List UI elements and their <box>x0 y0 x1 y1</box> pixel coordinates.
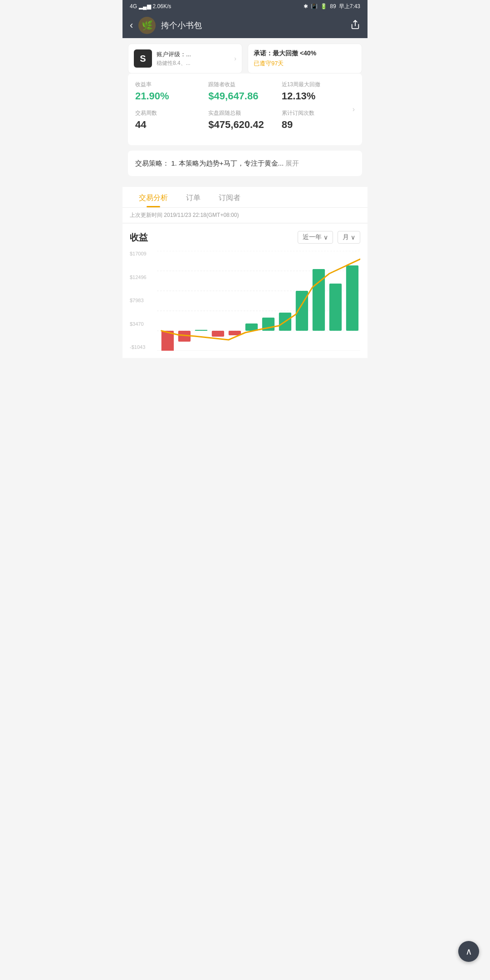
stat-total-label: 实盘跟随总额 <box>208 109 281 117</box>
rating-text: 账户评级：... 稳健性8.4、... <box>157 50 230 67</box>
rating-icon: S <box>134 49 152 68</box>
promise-subtitle: 已遵守97天 <box>254 59 356 68</box>
stat-return-label: 收益率 <box>135 81 208 88</box>
rating-subtitle: 稳健性8.4、... <box>157 59 230 67</box>
y-axis-labels: $17009 $12496 $7983 $3470 -$1043 <box>130 251 147 351</box>
y-label-4: $12496 <box>130 274 147 280</box>
stat-sub-label: 累计订阅次数 <box>282 109 355 117</box>
interval-label: 月 <box>343 233 349 241</box>
period-filter-button[interactable]: 近一年 ∨ <box>298 231 333 244</box>
period-label: 近一年 <box>303 233 322 241</box>
y-label-2: $3470 <box>130 321 147 327</box>
chart-title: 收益 <box>130 231 148 244</box>
stat-drawdown-label: 近13周最大回撤 <box>282 81 355 88</box>
chart-canvas <box>157 251 360 351</box>
time-label: 早上7:43 <box>339 3 360 10</box>
tab-analysis[interactable]: 交易分析 <box>130 187 177 207</box>
stats-row-1: 收益率 21.90% 跟随者收益 $49,647.86 近13周最大回撤 12.… <box>135 81 355 102</box>
stat-follower-value: $49,647.86 <box>208 90 281 102</box>
y-label-1: -$1043 <box>130 344 147 350</box>
svg-rect-9 <box>195 330 207 331</box>
svg-rect-10 <box>212 331 224 337</box>
interval-filter-button[interactable]: 月 ∨ <box>338 231 360 244</box>
stats-grid: 收益率 21.90% 跟随者收益 $49,647.86 近13周最大回撤 12.… <box>128 74 362 145</box>
header: ‹ 🌿 挎个小书包 <box>122 13 368 38</box>
speed-label: 2.06K/s <box>153 3 172 10</box>
strategy-expand-button[interactable]: 展开 <box>285 159 299 167</box>
stats-arrow-icon[interactable]: › <box>353 105 355 113</box>
svg-rect-18 <box>346 265 358 331</box>
stats-row-2: 交易周数 44 实盘跟随总额 $475,620.42 累计订阅次数 89 <box>135 109 355 131</box>
signal-bars: ▂▄▆ <box>139 3 151 10</box>
chart-area: $17009 $12496 $7983 $3470 -$1043 <box>130 251 360 351</box>
stat-trade-weeks: 交易周数 44 <box>135 109 208 131</box>
stat-drawdown-value: 12.13% <box>282 90 355 102</box>
avatar: 🌿 <box>138 17 156 34</box>
bluetooth-icon: ✱ <box>304 3 308 10</box>
stat-follower-profit: 跟随者收益 $49,647.86 <box>208 81 281 102</box>
y-label-3: $7983 <box>130 298 147 303</box>
tabs-section: 交易分析 订单 订阅者 <box>122 187 368 208</box>
main-content: S 账户评级：... 稳健性8.4、... › 承诺：最大回撤 <40% 已遵守… <box>122 38 368 187</box>
chart-filters: 近一年 ∨ 月 ∨ <box>298 231 360 244</box>
interval-chevron: ∨ <box>351 234 355 241</box>
status-left: 4G ▂▄▆ 2.06K/s <box>130 3 171 10</box>
stat-subscriptions: 累计订阅次数 89 <box>282 109 355 131</box>
chart-section: 收益 近一年 ∨ 月 ∨ $17009 $12496 $7983 $3470 -… <box>122 224 368 358</box>
stat-total-value: $475,620.42 <box>208 119 281 131</box>
account-promise-row: S 账户评级：... 稳健性8.4、... › 承诺：最大回撤 <40% 已遵守… <box>128 44 362 74</box>
stat-max-drawdown: 近13周最大回撤 12.13% <box>282 81 355 102</box>
svg-rect-17 <box>329 284 342 331</box>
battery-level: 89 <box>330 3 336 10</box>
status-right: ✱ 📳 🔋 89 早上7:43 <box>304 3 360 10</box>
back-button[interactable]: ‹ <box>130 20 133 31</box>
battery-icon: 🔋 <box>320 3 327 10</box>
stat-return-rate: 收益率 21.90% <box>135 81 208 102</box>
period-chevron: ∨ <box>323 234 328 241</box>
vibrate-icon: 📳 <box>311 3 318 10</box>
tab-orders[interactable]: 订单 <box>177 187 210 207</box>
stat-follower-label: 跟随者收益 <box>208 81 281 88</box>
strategy-label: 交易策略： <box>135 159 169 167</box>
update-time: 上次更新时间 2019/11/23 22:18(GMT+08:00) <box>122 208 368 223</box>
rating-title: 账户评级：... <box>157 50 230 59</box>
promise-box: 承诺：最大回撤 <40% 已遵守97天 <box>248 44 362 74</box>
strategy-text: 1. 本策略为趋势+马丁，专注于黄金... <box>171 159 285 167</box>
y-label-5: $17009 <box>130 251 147 256</box>
stat-return-value: 21.90% <box>135 90 208 102</box>
chart-header: 收益 近一年 ∨ 月 ∨ <box>130 231 360 244</box>
rating-arrow: › <box>234 55 236 62</box>
account-rating-box[interactable]: S 账户评级：... 稳健性8.4、... › <box>128 44 242 74</box>
signal-icon: 4G <box>130 3 137 10</box>
stat-weeks-value: 44 <box>135 119 208 131</box>
stat-weeks-label: 交易周数 <box>135 109 208 117</box>
strategy-section: 交易策略： 1. 本策略为趋势+马丁，专注于黄金... 展开 <box>128 151 362 176</box>
promise-title: 承诺：最大回撤 <40% <box>254 49 356 58</box>
stat-total-following: 实盘跟随总额 $475,620.42 <box>208 109 281 131</box>
tab-subscribers[interactable]: 订阅者 <box>210 187 250 207</box>
tabs: 交易分析 订单 订阅者 <box>122 187 368 207</box>
share-button[interactable] <box>350 20 360 32</box>
page-title: 挎个小书包 <box>161 20 345 31</box>
status-bar: 4G ▂▄▆ 2.06K/s ✱ 📳 🔋 89 早上7:43 <box>122 0 368 13</box>
stat-sub-value: 89 <box>282 119 355 131</box>
